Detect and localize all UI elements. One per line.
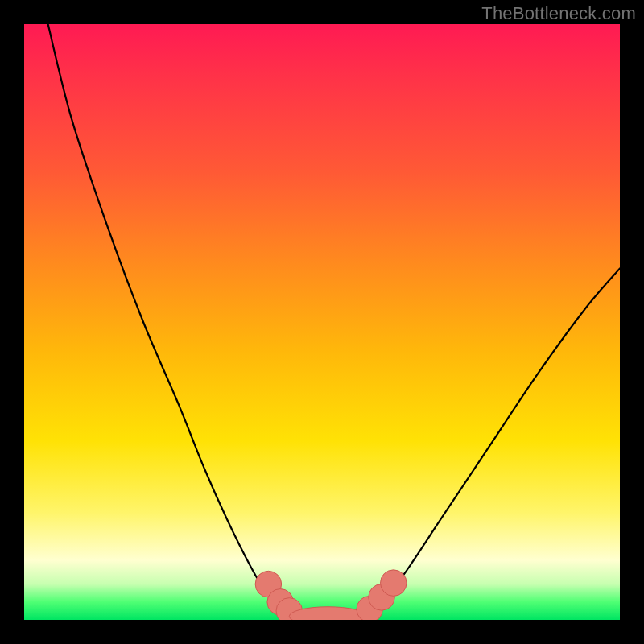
curve-marker — [381, 570, 407, 597]
plot-area — [24, 24, 620, 620]
curve-layer — [24, 24, 620, 620]
marker-group — [255, 570, 407, 620]
outer-frame: TheBottleneck.com — [0, 0, 644, 644]
curve-path — [48, 24, 620, 617]
attribution-text: TheBottleneck.com — [481, 3, 636, 24]
bottleneck-curve — [48, 24, 620, 617]
